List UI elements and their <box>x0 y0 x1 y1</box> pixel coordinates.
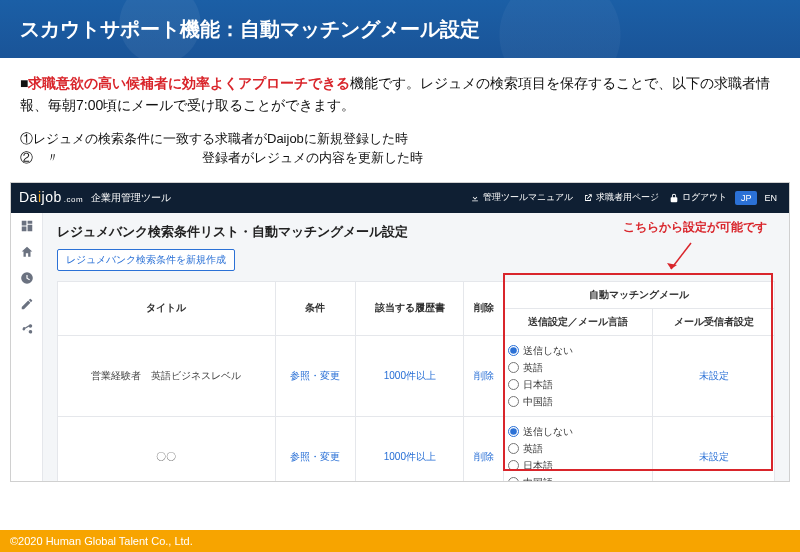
callout-hint: こちらから設定が可能です <box>623 219 767 236</box>
tool-label: 企業用管理ツール <box>91 191 171 205</box>
dashboard-icon[interactable] <box>20 219 34 233</box>
th-resumes: 該当する履歴書 <box>356 281 464 335</box>
row-title: 〇〇 <box>58 416 276 481</box>
external-icon <box>583 193 593 203</box>
copyright: ©2020 Human Global Talent Co., Ltd. <box>10 535 193 547</box>
slide-footer: ©2020 Human Global Talent Co., Ltd. <box>0 530 800 552</box>
opt-ja[interactable]: 日本語 <box>508 457 648 474</box>
sidebar <box>11 213 43 481</box>
row-lang-options: 送信しない 英語 日本語 中国語 <box>504 335 653 416</box>
app-logo: Daijob.com <box>19 189 83 206</box>
opt-zh[interactable]: 中国語 <box>508 393 648 410</box>
opt-none[interactable]: 送信しない <box>508 423 648 440</box>
row-recipient-link[interactable]: 未設定 <box>699 370 729 381</box>
th-title: タイトル <box>58 281 276 335</box>
row-cond-link[interactable]: 参照・変更 <box>290 370 340 381</box>
table-row: 〇〇 参照・変更 1000件以上 削除 送信しない 英語 日本語 中国語 未設定 <box>58 416 775 481</box>
new-condition-button[interactable]: レジュメバンク検索条件を新規作成 <box>57 249 235 271</box>
bullet-2: ② 〃 登録者がレジュメの内容を更新した時 <box>20 148 780 168</box>
desc-highlight: 求職意欲の高い候補者に効率よくアプローチできる <box>28 75 350 91</box>
row-title: 営業経験者 英語ビジネスレベル <box>58 335 276 416</box>
th-send-lang: 送信設定／メール言語 <box>504 308 653 335</box>
edit-icon[interactable] <box>20 297 34 311</box>
row-recipient-link[interactable]: 未設定 <box>699 451 729 462</box>
row-delete-link[interactable]: 削除 <box>474 451 494 462</box>
download-icon <box>470 193 480 203</box>
main-panel: こちらから設定が可能です レジュメバンク検索条件リスト・自動マッチングメール設定… <box>43 213 789 481</box>
th-delete: 削除 <box>464 281 504 335</box>
bullet-list: ①レジュメの検索条件に一致する求職者がDaijobに新規登録した時 ② 〃 登録… <box>0 123 800 178</box>
row-lang-options: 送信しない 英語 日本語 中国語 <box>504 416 653 481</box>
th-cond: 条件 <box>275 281 356 335</box>
slide-title: スカウトサポート機能：自動マッチングメール設定 <box>20 16 480 43</box>
th-auto-group: 自動マッチングメール <box>504 281 775 308</box>
svg-line-0 <box>671 243 691 269</box>
lang-en[interactable]: EN <box>760 191 781 205</box>
seeker-link[interactable]: 求職者用ページ <box>583 191 659 204</box>
opt-en[interactable]: 英語 <box>508 440 648 457</box>
app-screenshot: Daijob.com 企業用管理ツール 管理ツールマニュアル 求職者用ページ ロ… <box>10 182 790 482</box>
logout-link[interactable]: ログアウト <box>669 191 727 204</box>
row-resumes-link[interactable]: 1000件以上 <box>384 370 436 381</box>
manual-link[interactable]: 管理ツールマニュアル <box>470 191 573 204</box>
share-icon[interactable] <box>20 323 34 337</box>
home-icon[interactable] <box>20 245 34 259</box>
clock-icon[interactable] <box>20 271 34 285</box>
row-delete-link[interactable]: 削除 <box>474 370 494 381</box>
th-recipient: メール受信者設定 <box>653 308 775 335</box>
row-cond-link[interactable]: 参照・変更 <box>290 451 340 462</box>
lock-icon <box>669 193 679 203</box>
app-topbar: Daijob.com 企業用管理ツール 管理ツールマニュアル 求職者用ページ ロ… <box>11 183 789 213</box>
lang-jp[interactable]: JP <box>735 191 758 205</box>
slide-title-bar: スカウトサポート機能：自動マッチングメール設定 <box>0 0 800 58</box>
svg-marker-1 <box>667 263 677 269</box>
table-row: 営業経験者 英語ビジネスレベル 参照・変更 1000件以上 削除 送信しない 英… <box>58 335 775 416</box>
callout-arrow-icon <box>659 239 699 279</box>
description-block: ■求職意欲の高い候補者に効率よくアプローチできる機能です。レジュメの検索項目を保… <box>0 58 800 123</box>
conditions-table: タイトル 条件 該当する履歴書 削除 自動マッチングメール 送信設定／メール言語… <box>57 281 775 481</box>
opt-en[interactable]: 英語 <box>508 359 648 376</box>
opt-zh[interactable]: 中国語 <box>508 474 648 481</box>
opt-none[interactable]: 送信しない <box>508 342 648 359</box>
row-resumes-link[interactable]: 1000件以上 <box>384 451 436 462</box>
bullet-1: ①レジュメの検索条件に一致する求職者がDaijobに新規登録した時 <box>20 129 780 149</box>
opt-ja[interactable]: 日本語 <box>508 376 648 393</box>
